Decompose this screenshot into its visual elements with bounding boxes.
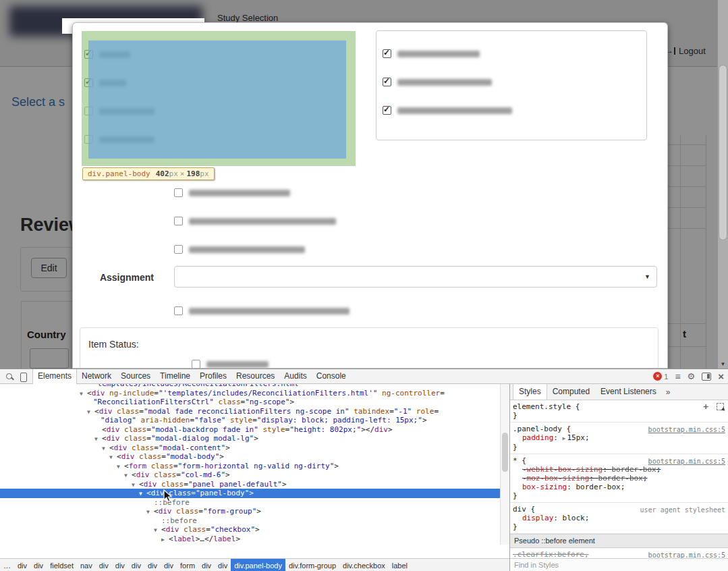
devtools-toolbar-right: × 1 ≡ ⚙ × <box>653 369 724 383</box>
breadcrumb-item[interactable]: div <box>14 559 30 571</box>
breadcrumb-item[interactable]: fieldset <box>47 559 77 571</box>
checkbox-row <box>174 306 349 316</box>
devtools-tab-sources[interactable]: Sources <box>116 369 155 384</box>
breadcrumb-item[interactable]: … <box>0 559 14 571</box>
devtools-tab-profiles[interactable]: Profiles <box>195 369 231 384</box>
styles-tab-bar: StylesComputedEvent Listeners » <box>510 384 728 400</box>
dom-tree-node[interactable]: "dialog" aria-hidden="false" style="disp… <box>0 416 500 425</box>
devtools-tab-timeline[interactable]: Timeline <box>155 369 195 384</box>
error-count-badge[interactable]: × 1 <box>653 372 668 381</box>
toggle-element-state-icon[interactable] <box>717 403 724 410</box>
stylesheet-link[interactable]: bootstrap.min.css:5 <box>648 551 725 558</box>
assignment-select[interactable]: ▼ <box>174 266 657 288</box>
css-property[interactable]: padding: ▶15px; <box>513 433 724 443</box>
dom-tree-node[interactable]: "ReconciliationFiltersCtrl" class="ng-sc… <box>0 398 500 407</box>
styles-tab-styles[interactable]: Styles <box>513 384 547 400</box>
dom-tree-node[interactable]: ▼<div class="panel panel-default"> <box>0 480 500 489</box>
css-property[interactable]: -webkit-box-sizing: border-box; <box>513 465 724 474</box>
breadcrumb-item[interactable]: div <box>30 559 47 571</box>
console-drawer-icon[interactable]: ≡ <box>675 370 680 383</box>
styles-filter-input[interactable]: Find in Styles <box>510 558 728 571</box>
style-rule-selector[interactable]: .clearfix:before, <box>513 550 589 558</box>
search-icon[interactable] <box>4 371 15 382</box>
dom-tree-node[interactable]: ::before <box>0 498 500 508</box>
breadcrumb-item[interactable]: div.checkbox <box>339 559 389 571</box>
style-rule-selector[interactable]: * <box>513 456 517 465</box>
redacted-label <box>397 107 512 114</box>
close-devtools-icon[interactable]: × <box>718 370 724 383</box>
tabs-overflow-icon[interactable]: » <box>662 387 675 397</box>
breadcrumb-item[interactable]: div <box>215 559 231 571</box>
dom-tree-node-selected[interactable]: ▼<div class="panel-body"> <box>0 489 500 498</box>
css-property[interactable]: display: block; <box>513 514 724 522</box>
dom-tree-node[interactable]: ▼<div class="checkbox"> <box>0 525 500 535</box>
breadcrumb-item[interactable]: label <box>389 559 411 571</box>
scroll-down-icon[interactable]: ▼ <box>718 361 728 367</box>
dom-tree-node[interactable]: </div> <box>0 543 500 545</box>
filter-checkbox-group <box>174 185 511 279</box>
css-property[interactable]: -moz-box-sizing: border-box; <box>513 474 724 483</box>
redacted-label <box>189 308 349 315</box>
styles-tab-event-listeners[interactable]: Event Listeners <box>595 384 662 400</box>
checkbox-unchecked[interactable] <box>174 188 183 197</box>
stylesheet-link[interactable]: bootstrap.min.css:5 <box>648 425 725 434</box>
dom-tree-node[interactable]: ▼<div class="modal-body"> <box>0 452 500 462</box>
checkbox-checked[interactable] <box>383 78 391 86</box>
breadcrumb-item[interactable]: div <box>198 559 215 571</box>
dom-tree-node[interactable]: ▼<div class="modal-dialog modal-lg"> <box>0 434 500 443</box>
elements-scrollbar[interactable] <box>500 384 509 545</box>
devtools-tab-audits[interactable]: Audits <box>279 369 311 384</box>
styles-tab-computed[interactable]: Computed <box>547 384 595 400</box>
checkbox-checked[interactable] <box>383 49 391 58</box>
css-property[interactable]: box-sizing: border-box; <box>513 483 724 491</box>
page-scrollbar-thumb[interactable] <box>719 65 727 240</box>
breadcrumb-item[interactable]: div.panel-body <box>231 559 285 571</box>
devtools-tab-resources[interactable]: Resources <box>231 369 279 384</box>
style-rule-selector[interactable]: .panel-body <box>513 425 562 433</box>
dom-tree-node[interactable]: <div class="modal-backdrop fade in" styl… <box>0 425 500 435</box>
redacted-label <box>206 361 269 368</box>
stylesheet-link[interactable]: user agent stylesheet <box>640 506 725 514</box>
dom-tree-node[interactable]: ▼<form class="form-horizontal ng-valid n… <box>0 462 500 471</box>
devtools-tab-network[interactable]: Network <box>77 369 116 384</box>
style-rule: .clearfix:before,bootstrap.min.css:5 <box>510 548 728 558</box>
inspect-highlight-content <box>88 40 346 159</box>
checkbox-unchecked[interactable] <box>192 360 200 369</box>
expand-shorthand-icon[interactable]: ▶ <box>563 435 566 441</box>
breadcrumb-item[interactable]: div <box>112 559 128 571</box>
checkbox-checked[interactable] <box>383 106 391 115</box>
dom-tree-node[interactable]: ::before <box>0 516 500 526</box>
checkbox-unchecked[interactable] <box>174 245 183 254</box>
devtools-tab-elements[interactable]: Elements <box>32 369 77 384</box>
devtools-tab-console[interactable]: Console <box>312 369 351 384</box>
style-rule-selector[interactable]: element.style <box>513 402 571 411</box>
style-rule-selector[interactable]: div <box>513 505 526 514</box>
breadcrumb-item[interactable]: nav <box>77 559 96 571</box>
style-rule: element.style {}+ <box>510 400 728 423</box>
checkbox-row <box>383 105 512 115</box>
settings-gear-icon[interactable]: ⚙ <box>688 371 696 381</box>
dom-tree-node[interactable]: ▶<label>…</label> <box>0 535 500 544</box>
elements-scrollbar-thumb[interactable] <box>502 433 508 472</box>
checkbox-unchecked[interactable] <box>174 306 183 315</box>
device-mode-icon[interactable] <box>18 371 28 382</box>
dom-tree-node[interactable]: ▼<div ng-include="'templates/includes/Re… <box>0 389 500 398</box>
page-scrollbar[interactable]: ▼ <box>717 0 728 369</box>
breadcrumb-item[interactable]: div <box>128 559 144 571</box>
breadcrumb-item[interactable]: div.form-group <box>285 559 339 571</box>
dom-tree-node[interactable]: ▼<div class="modal-content"> <box>0 443 500 453</box>
dom-tree-node[interactable]: ▼<div class="form-group"> <box>0 507 500 516</box>
breadcrumb-item[interactable]: div <box>144 559 161 571</box>
filter-panel <box>376 30 647 140</box>
dock-side-icon[interactable] <box>702 373 711 381</box>
style-rule: .panel-body {bootstrap.min.css:5padding:… <box>510 423 728 454</box>
dom-tree-node[interactable]: ▼<div class="modal fade reconciliationFi… <box>0 407 500 416</box>
browser-page: Study Selection → Logout Select a s Revi… <box>0 0 728 369</box>
breadcrumb-item[interactable]: div <box>161 559 177 571</box>
stylesheet-link[interactable]: bootstrap.min.css:5 <box>648 457 725 466</box>
dom-tree-node[interactable]: ▼<div class="col-md-6"> <box>0 470 500 480</box>
breadcrumb-item[interactable]: div <box>96 559 112 571</box>
breadcrumb-item[interactable]: form <box>177 559 198 571</box>
new-style-rule-icon[interactable]: + <box>703 402 708 411</box>
checkbox-unchecked[interactable] <box>174 217 183 225</box>
